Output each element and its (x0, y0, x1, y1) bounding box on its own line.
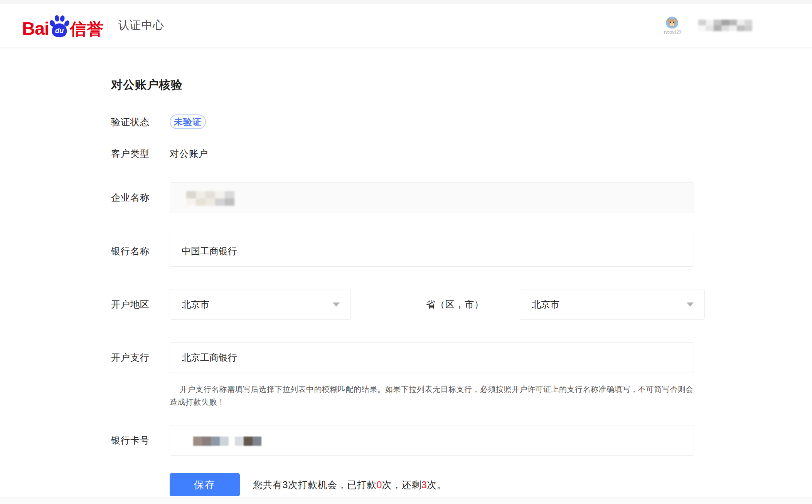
payment-quota-note: 您共有3次打款机会，已打款0次，还剩3次。 (253, 479, 446, 491)
baidu-xinyu-logo[interactable]: Bai du 信誉 (22, 13, 104, 37)
company-name-field (170, 182, 694, 213)
save-button[interactable]: 保存 (170, 473, 240, 496)
quota-remaining: 3 (421, 479, 427, 490)
bank-name-input[interactable] (170, 236, 694, 267)
region-label: 开户地区 (111, 289, 150, 320)
row-verify-status: 验证状态 未验证 (111, 114, 694, 130)
quota-total: 3 (283, 479, 288, 490)
redacted-card-number (193, 437, 261, 446)
svg-text:du: du (55, 27, 64, 35)
quota-text: 您共有 (253, 479, 283, 490)
row-bank-name: 银行名称 (111, 236, 694, 267)
card-number-label: 银行卡号 (111, 425, 150, 456)
row-save: 保存 您共有3次打款机会，已打款0次，还剩3次。 (170, 473, 694, 496)
status-badge: 未验证 (170, 114, 206, 129)
chevron-down-icon (333, 302, 340, 307)
header-divider (108, 18, 108, 32)
quota-text: 次，还剩 (382, 479, 421, 490)
redacted-account-name (698, 20, 752, 31)
customer-type-label: 客户类型 (111, 148, 150, 159)
bottom-strip (0, 497, 812, 504)
chevron-down-icon (687, 302, 694, 307)
row-customer-type: 客户类型 对公账户 (111, 148, 694, 159)
row-card-number: 银行卡号 (111, 425, 694, 456)
bank-name-label: 银行名称 (111, 236, 150, 267)
avatar-username: zybqjy123 (664, 30, 681, 34)
province-select[interactable]: 北京市 (170, 289, 351, 320)
redacted-company-name (186, 191, 244, 206)
user-avatar[interactable] (666, 17, 678, 29)
branch-input[interactable] (170, 342, 694, 373)
row-branch: 开户支行 (111, 342, 694, 373)
quota-text: 次打款机会，已打款 (288, 479, 377, 490)
logo-text-bai: Bai (22, 19, 49, 37)
branch-help-text: 开户支行名称需填写后选择下拉列表中的模糊匹配的结果。如果下拉列表无目标支行，必须… (170, 383, 694, 408)
row-region: 开户地区 北京市 省（区，市） 北京市 (111, 289, 694, 320)
city-select-value: 北京市 (532, 298, 559, 311)
header-title: 认证中心 (118, 18, 164, 33)
city-select[interactable]: 北京市 (520, 289, 705, 320)
province-select-value: 北京市 (182, 298, 209, 311)
logo-text-xinyu: 信誉 (70, 21, 104, 37)
branch-label: 开户支行 (111, 342, 150, 373)
quota-text: 次。 (427, 479, 446, 490)
verify-status-label: 验证状态 (111, 114, 150, 130)
row-company-name: 企业名称 (111, 182, 694, 213)
card-number-input[interactable] (170, 425, 694, 456)
browser-top-strip (0, 0, 812, 3)
main-content: 对公账户核验 验证状态 未验证 客户类型 对公账户 企业名称 银行名称 (111, 47, 694, 504)
baidu-paw-icon: du (48, 13, 71, 38)
quota-used: 0 (376, 479, 382, 490)
customer-type-value: 对公账户 (170, 148, 208, 159)
region-separator-label: 省（区，市） (426, 289, 484, 320)
app-header: Bai du 信誉 认证中心 (0, 3, 812, 47)
page-title: 对公账户核验 (111, 77, 183, 93)
company-name-label: 企业名称 (111, 182, 150, 213)
